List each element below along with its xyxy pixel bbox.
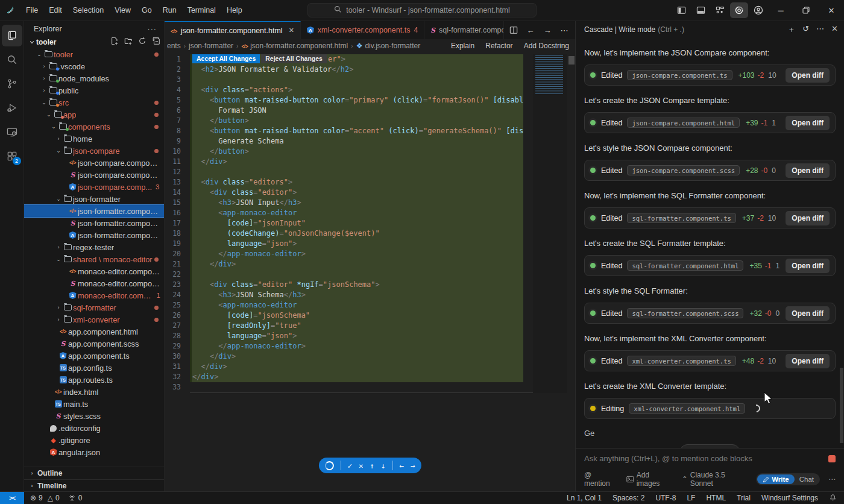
tree-item-index.html[interactable]: </>index.html: [24, 386, 164, 398]
new-folder-icon[interactable]: [124, 37, 133, 47]
accept-change-icon[interactable]: ✓: [347, 461, 352, 470]
close-panel-icon[interactable]: ✕: [831, 24, 838, 35]
tree-item-xml-converter[interactable]: ›xml-converter: [24, 313, 164, 326]
close-tab-icon[interactable]: ✕: [289, 27, 294, 34]
tab-sql-formatter.compo[interactable]: Ssql-formatter.compo: [424, 21, 504, 39]
explorer-more-icon[interactable]: ···: [148, 25, 157, 33]
add-images-button[interactable]: Add images: [626, 471, 673, 488]
open-diff-button[interactable]: Open diff: [786, 163, 830, 178]
reject-all-changes-button[interactable]: Reject All Changes: [261, 54, 327, 63]
activity-extensions-icon[interactable]: 2: [2, 145, 22, 167]
code-editor[interactable]: 1Accept All ChangesReject All Changeser"…: [165, 52, 575, 491]
activity-run-debug-icon[interactable]: [2, 97, 22, 119]
file-chip[interactable]: sql-formatter.component.scss: [627, 308, 743, 318]
model-selector[interactable]: ⌃Claude 3.5 Sonnet: [682, 471, 748, 488]
activity-explorer-icon[interactable]: [2, 25, 22, 46]
breadcrumb-json-formatter.component.html[interactable]: </>json-formatter.component.html: [240, 42, 349, 50]
minimize-button[interactable]: ─: [768, 0, 793, 21]
file-chip[interactable]: json-compare.component.scss: [627, 165, 740, 175]
status-utf-8[interactable]: UTF-8: [655, 494, 676, 502]
notifications-bell-icon[interactable]: [829, 493, 837, 503]
status-lf[interactable]: LF: [687, 494, 695, 502]
file-chip[interactable]: json-compare.component.ts: [627, 70, 732, 80]
reject-change-icon[interactable]: ✕: [359, 461, 364, 470]
next-file-icon[interactable]: →: [411, 461, 415, 470]
menu-go[interactable]: Go: [136, 4, 157, 17]
file-chip[interactable]: sql-formatter.component.html: [627, 260, 743, 271]
tree-item-home[interactable]: ›home: [24, 133, 164, 145]
cascade-toggle-icon[interactable]: [730, 2, 748, 18]
tree-item-json-formatter[interactable]: ⌄json-formatter: [24, 193, 164, 205]
tree-item-.editorconfig[interactable]: .editorconfig: [24, 422, 164, 434]
codelens-explain[interactable]: Explain: [451, 42, 474, 50]
open-diff-button[interactable]: Open diff: [786, 259, 830, 273]
tree-item-json-formatter.componen...[interactable]: Sjson-formatter.componen...: [24, 217, 164, 229]
activity-source-control-icon[interactable]: [2, 73, 22, 95]
tree-item-monaco-editor.compone...[interactable]: </>monaco-editor.compone...: [24, 265, 164, 277]
menu-terminal[interactable]: Terminal: [182, 4, 221, 17]
tree-item-app.component.scss[interactable]: Sapp.component.scss: [24, 338, 164, 350]
breadcrumb-ents[interactable]: ents: [166, 42, 182, 50]
new-chat-icon[interactable]: ＋: [787, 24, 795, 35]
tree-item-.gitignore[interactable]: ◆.gitignore: [24, 434, 164, 446]
file-chip[interactable]: xml-converter.component.html: [629, 403, 745, 414]
menu-help[interactable]: Help: [221, 4, 248, 17]
codelens-add-docstring[interactable]: Add Docstring: [524, 42, 569, 50]
menu-edit[interactable]: Edit: [43, 4, 68, 17]
tree-item-sharedmonaco-editor[interactable]: ⌄shared \ monaco-editor: [24, 253, 164, 265]
tree-item-json-formatter.componen...[interactable]: Ajson-formatter.componen...: [24, 229, 164, 241]
tree-item-sql-formatter[interactable]: ›sql-formatter: [24, 301, 164, 313]
tree-item-angular.json[interactable]: Aangular.json: [24, 446, 164, 458]
status-ln-1-col-1[interactable]: Ln 1, Col 1: [567, 494, 602, 502]
status-trial[interactable]: Trial: [737, 494, 751, 502]
activity-search-icon[interactable]: [2, 49, 22, 71]
open-diff-button[interactable]: Open diff: [786, 306, 830, 321]
open-diff-button[interactable]: Open diff: [786, 354, 830, 368]
tree-item-json-compare[interactable]: ⌄json-compare: [24, 145, 164, 157]
status-html[interactable]: HTML: [706, 494, 726, 502]
tree-item-json-compare.comp...[interactable]: Ajson-compare.comp...3: [24, 181, 164, 193]
nav-back-icon[interactable]: ←: [523, 23, 538, 37]
tree-item-monaco-editor.comp...[interactable]: Amonaco-editor.comp...1: [24, 289, 164, 301]
status-windsurf-settings[interactable]: Windsurf Settings: [761, 494, 818, 502]
editor-more-icon[interactable]: ⋯: [557, 23, 572, 37]
tab-xml-converter.component.ts[interactable]: Axml-converter.component.ts4: [301, 21, 424, 39]
close-window-button[interactable]: ✕: [819, 0, 844, 21]
tree-item-json-compare.component...[interactable]: Sjson-compare.component...: [24, 169, 164, 181]
chat-mode-button[interactable]: Chat: [795, 474, 819, 484]
section-timeline[interactable]: ›Timeline: [24, 479, 164, 491]
menu-view[interactable]: View: [109, 4, 136, 17]
tree-item-main.ts[interactable]: TSmain.ts: [24, 398, 164, 410]
tree-item-app.component.ts[interactable]: Aapp.component.ts: [24, 350, 164, 362]
activity-remote-explorer-icon[interactable]: [2, 121, 22, 143]
tree-item-app.routes.ts[interactable]: TSapp.routes.ts: [24, 374, 164, 386]
write-mode-button[interactable]: Write: [757, 474, 795, 484]
mention-button[interactable]: @ mention: [584, 471, 618, 488]
account-icon[interactable]: [749, 2, 767, 18]
menu-file[interactable]: File: [20, 4, 43, 17]
tree-item-nodemodules[interactable]: ›node_modules: [24, 72, 164, 84]
command-center-search[interactable]: tooler - Windsurf - json-formatter.compo…: [307, 3, 537, 17]
stop-generation-button[interactable]: [828, 455, 836, 462]
prev-file-icon[interactable]: ←: [400, 461, 405, 470]
open-diff-button[interactable]: Open diff: [786, 211, 830, 225]
restore-button[interactable]: [793, 0, 819, 21]
explorer-section-tooler[interactable]: tooler: [24, 36, 164, 48]
new-file-icon[interactable]: [110, 37, 119, 47]
editor-scrollbar[interactable]: [568, 52, 575, 391]
cancel-running-icon[interactable]: ✕: [727, 448, 732, 449]
tree-item-src[interactable]: ⌄src: [24, 96, 164, 109]
more-icon[interactable]: ⋯: [816, 24, 824, 35]
breadcrumb-json-formatter[interactable]: json-formatter: [187, 42, 235, 50]
refresh-icon[interactable]: [138, 37, 146, 47]
tree-item-styles.scss[interactable]: Sstyles.scss: [24, 410, 164, 422]
section-outline[interactable]: ›Outline: [24, 467, 164, 479]
tree-item-regex-tester[interactable]: ›regex-tester: [24, 241, 164, 253]
codelens-refactor[interactable]: Refactor: [485, 42, 512, 50]
minimap[interactable]: [533, 54, 567, 393]
tree-item-app.config.ts[interactable]: TSapp.config.ts: [24, 362, 164, 374]
tab-json-formatter.component.html[interactable]: </>json-formatter.component.html✕: [165, 21, 301, 39]
status-spaces-2[interactable]: Spaces: 2: [613, 494, 644, 502]
footer-more-icon[interactable]: ⋯: [828, 475, 836, 484]
cascade-scrollbar[interactable]: [840, 368, 843, 443]
